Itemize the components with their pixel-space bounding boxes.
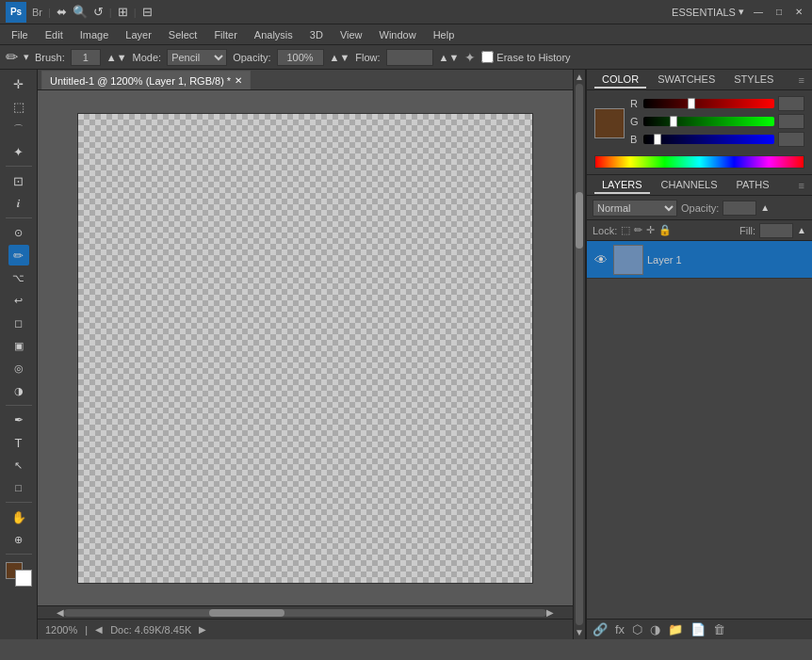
menu-layer[interactable]: Layer [118,27,159,42]
tool-blur[interactable]: ◎ [8,358,29,378]
menu-filter[interactable]: Filter [206,27,244,42]
lock-all-icon[interactable]: 🔒 [658,224,672,236]
rotate-icon[interactable]: ↺ [93,5,104,19]
fg-bg-colors[interactable] [6,562,32,587]
brush-size-input[interactable] [71,49,101,66]
color-swatch[interactable] [594,108,625,138]
tool-dodge[interactable]: ◑ [8,380,29,401]
nav-btn-right[interactable]: ▶ [199,624,206,635]
menu-file[interactable]: File [4,27,36,42]
fill-stepper[interactable]: ▲ [797,225,806,235]
layer-item-1[interactable]: 👁 Layer 1 [587,241,812,279]
layers-panel-options[interactable]: ≡ [799,180,804,191]
opacity-input[interactable] [277,49,324,66]
canvas-viewport[interactable] [38,90,573,605]
erase-history-label[interactable]: Erase to History [481,51,570,63]
close-btn[interactable]: ✕ [791,7,806,17]
canvas-tab-1[interactable]: Untitled-1 @ 1200% (Layer 1, RGB/8) * ✕ [41,71,251,89]
nav-btn-left[interactable]: ◀ [95,624,103,635]
color-panel-options[interactable]: ≡ [799,74,804,86]
tool-hand[interactable]: ✋ [8,507,29,527]
flow-stepper[interactable]: ▲▼ [439,52,460,63]
slider-r[interactable] [643,99,774,108]
slider-thumb-b[interactable] [654,134,661,145]
tab-styles[interactable]: STYLES [726,72,781,89]
brush-size-stepper[interactable]: ▲▼ [106,52,127,63]
minimize-btn[interactable]: — [750,7,767,17]
menu-3d[interactable]: 3D [302,27,331,42]
scroll-right-btn[interactable]: ▶ [546,607,554,618]
color-spectrum[interactable] [594,155,804,169]
fx-btn[interactable]: fx [615,622,625,636]
tool-lasso[interactable]: ⌒ [8,119,29,139]
link-layers-btn[interactable]: 🔗 [593,622,608,636]
tool-brush[interactable]: ✏ [8,245,29,266]
mode-select[interactable]: Pencil Normal Dissolve [167,49,227,66]
tool-crop[interactable]: ⊡ [8,170,29,191]
menu-analysis[interactable]: Analysis [247,27,300,42]
slider-thumb-g[interactable] [670,116,677,127]
tool-move[interactable]: ✛ [8,73,29,94]
tab-swatches[interactable]: SWATCHES [650,72,723,89]
menu-view[interactable]: View [333,27,370,42]
tool-spot-heal[interactable]: ⊙ [8,222,29,243]
fill-value[interactable]: 100% [759,223,793,238]
g-value[interactable]: 59 [778,114,804,129]
bg-color[interactable] [15,570,32,587]
layout-icon[interactable]: ⊞ [118,5,128,19]
new-adj-btn[interactable]: ◑ [650,622,660,636]
br-icon[interactable]: Br [32,7,42,18]
workspace-selector[interactable]: ESSENTIALS ▾ [672,6,744,18]
menu-select[interactable]: Select [161,27,205,42]
vscroll-up[interactable]: ▲ [575,72,584,82]
flow-input[interactable] [386,49,433,66]
maximize-btn[interactable]: □ [772,7,786,17]
tool-eyedropper[interactable]: 𝒊 [8,193,29,214]
airbrush-icon[interactable]: ✦ [464,50,476,65]
tool-pen[interactable]: ✒ [8,410,29,430]
tool-gradient[interactable]: ▣ [8,335,29,356]
slider-g[interactable] [643,117,774,126]
tool-text[interactable]: T [8,432,29,453]
menu-image[interactable]: Image [73,27,117,42]
lock-pixels-icon[interactable]: ✏ [634,224,642,236]
erase-history-checkbox[interactable] [481,51,494,63]
tool-marquee[interactable]: ⬚ [8,96,29,117]
menu-edit[interactable]: Edit [38,27,71,42]
blend-mode-select[interactable]: Normal Dissolve Multiply [593,200,677,217]
canvas-scrollbar-h[interactable]: ◀ ▶ [38,605,573,619]
tool-zoom[interactable]: ⊕ [8,529,29,550]
b-value[interactable]: 29 [778,132,804,147]
menu-help[interactable]: Help [426,27,463,42]
tab-color[interactable]: COLOR [594,72,646,89]
nav-tool-icon[interactable]: ⬌ [57,5,67,19]
scroll-left-btn[interactable]: ◀ [57,607,64,618]
menu-window[interactable]: Window [372,27,424,42]
scroll-track-h[interactable] [64,609,546,617]
new-layer-btn[interactable]: 📄 [690,622,706,636]
opacity-stepper[interactable]: ▲▼ [330,52,350,63]
vscroll-thumb[interactable] [576,192,583,249]
tab-layers[interactable]: LAYERS [594,177,650,194]
tool-history-brush[interactable]: ↩ [8,290,29,311]
slider-b[interactable] [643,135,774,144]
layer-visibility-1[interactable]: 👁 [593,252,609,267]
tool-eraser[interactable]: ◻ [8,313,29,333]
r-value[interactable]: 95 [778,96,804,111]
new-group-btn[interactable]: 📁 [668,622,683,636]
lock-position-icon[interactable]: ✛ [646,224,655,236]
vscroll-down[interactable]: ▼ [575,627,584,637]
add-mask-btn[interactable]: ⬡ [632,622,642,636]
canvas-tab-close[interactable]: ✕ [235,75,242,86]
tab-paths[interactable]: PATHS [729,177,777,194]
tab-channels[interactable]: CHANNELS [654,177,725,194]
delete-layer-btn[interactable]: 🗑 [713,622,725,636]
vscroll-track[interactable] [576,84,583,625]
scroll-thumb-h[interactable] [209,609,284,617]
tool-magic-wand[interactable]: ✦ [8,141,29,162]
slider-thumb-r[interactable] [688,98,695,109]
lock-transparent-icon[interactable]: ⬚ [621,224,630,236]
opacity-stepper-layers[interactable]: ▲ [760,202,770,213]
opacity-value-layers[interactable]: 100% [723,201,756,216]
tool-shape[interactable]: □ [8,477,29,498]
